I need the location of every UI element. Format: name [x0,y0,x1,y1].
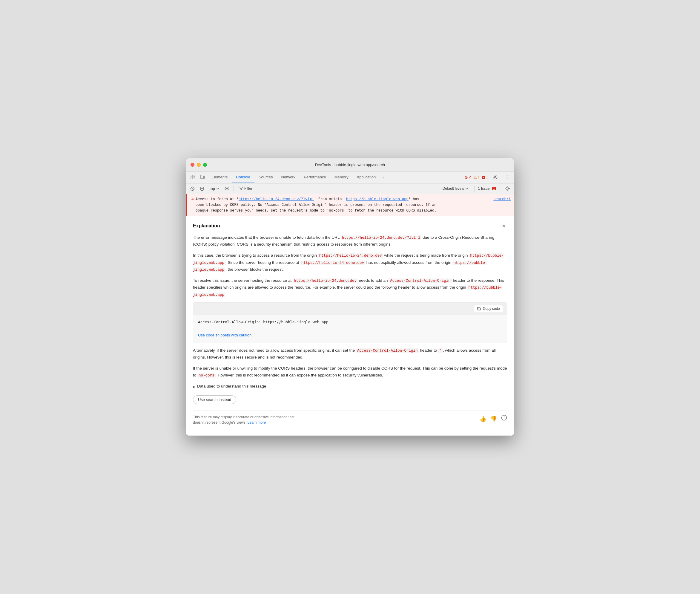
maximize-button[interactable] [203,163,207,167]
svg-rect-2 [193,175,195,176]
minimize-button[interactable] [197,163,201,167]
disclaimer-text: This feature may display inaccurate or o… [193,415,306,425]
learn-more-link[interactable]: Learn more [248,420,266,425]
error-url1-link[interactable]: https://hello-io-24.deno.dev/?lvl=1 [239,197,314,201]
copy-icon [477,306,481,311]
error-row: ⊗ Access to fetch at 'https://hello-io-2… [186,194,514,217]
svg-rect-1 [191,177,192,179]
copy-code-button[interactable]: Copy code [474,305,503,312]
close-explanation-button[interactable]: ✕ [500,222,507,229]
tab-memory[interactable]: Memory [330,171,353,183]
filter-button[interactable]: Filter [236,186,255,191]
issue-badge[interactable]: 1 Issue: 1 [478,187,496,191]
svg-point-6 [494,176,496,178]
filter-icon [239,187,243,190]
svg-point-7 [507,175,508,176]
no-entry-icon[interactable] [198,184,206,193]
default-levels-selector[interactable]: Default levels [440,186,470,191]
svg-point-9 [507,178,508,179]
code-origin1: https://hello-io-24.deno.dev [318,253,383,258]
chevron-down-icon [216,188,219,190]
tab-badges: ⊗ 2 ⚠ 1 ✕ 1 [464,172,512,182]
toolbar-right: Default levels 1 Issue: 1 [440,184,512,193]
tab-network[interactable]: Network [277,171,300,183]
console-content: ⊗ Access to fetch at 'https://hello-io-2… [186,194,514,436]
explanation-header: Explanation ✕ [193,222,507,229]
code-block-header: Copy code [193,303,507,315]
explanation-p5: If the server is unable or unwilling to … [193,365,507,379]
explanation-p3: To resolve this issue, the server hostin… [193,277,507,298]
error-circle-icon: ⊗ [464,175,468,179]
devtools-tab-bar: Elements Console Sources Network Perform… [186,171,514,184]
toolbar-divider-1 [234,186,234,192]
error-icon: ⊗ [191,197,194,203]
feedback-icons: 👍 👎 [480,415,507,424]
tab-elements[interactable]: Elements [207,171,232,183]
data-used-toggle[interactable]: ▶ Data used to understand this message [193,383,507,390]
caution-link[interactable]: Use code snippets with caution [193,332,507,343]
more-options-icon[interactable] [502,172,512,182]
issue-count: 1 [492,187,496,190]
svg-line-11 [191,188,194,190]
code-header2: Access-Control-Allow-Origin [356,349,419,353]
explanation-panel: Explanation ✕ The error message indicate… [186,216,514,436]
titlebar: DevTools - bubble-jingle.web.app/search [186,158,514,171]
error-text: Access to fetch at 'https://hello-io-24.… [196,197,490,214]
explanation-p1: The error message indicates that the bro… [193,234,507,248]
devtools-window: DevTools - bubble-jingle.web.app/search … [186,158,514,436]
svg-point-8 [507,177,508,177]
svg-rect-4 [201,175,203,179]
warning-triangle-icon: ⚠ [473,175,477,179]
code-block-body: Access-Control-Allow-Origin: https://bub… [193,315,507,330]
svg-rect-3 [193,177,195,179]
svg-point-19 [504,419,504,419]
close-button[interactable] [190,163,195,167]
svg-rect-16 [478,308,481,310]
use-search-button[interactable]: Use search instead [193,395,236,404]
device-toolbar-icon[interactable] [198,172,207,182]
explanation-title: Explanation [193,223,220,229]
code-no-cors: no-cors [198,373,216,378]
code-header1: Access-Control-Allow-Origin [389,278,452,283]
error-url2-link[interactable]: https://bubble-jingle.web.app [346,197,409,201]
traffic-lights [190,163,207,167]
warning-badge[interactable]: ⚠ 1 [473,175,480,179]
report-icon[interactable] [501,415,507,424]
window-title: DevTools - bubble-jingle.web.app/search [315,163,385,167]
tab-application[interactable]: Application [353,171,380,183]
svg-point-14 [226,188,228,189]
explanation-body: The error message indicates that the bro… [193,234,507,429]
thumbs-up-icon[interactable]: 👍 [480,415,486,424]
code-server1: https://hello-io-24.deno.dev [293,278,358,283]
console-settings-icon[interactable] [503,184,512,193]
svg-rect-0 [191,175,192,176]
tab-console[interactable]: Console [232,171,254,183]
error-source-link[interactable]: search:1 [493,197,511,202]
arrow-right-icon: ▶ [193,384,195,390]
toolbar-divider-2 [474,186,475,192]
clear-console-icon[interactable] [188,184,197,193]
inspect-element-icon[interactable] [188,172,198,182]
code-url1: https://hello-io-24.deno.dev/?lvl=1 [341,235,422,240]
code-origin3: https://hello-io-24.deno.dev [300,261,365,265]
thumbs-down-icon[interactable]: 👎 [490,415,497,424]
tab-performance[interactable]: Performance [300,171,330,183]
info-square-icon: ✕ [482,176,485,179]
eye-icon[interactable] [223,184,231,193]
disclaimer-row: This feature may display inaccurate or o… [193,410,507,429]
tab-more-button[interactable]: » [380,171,387,183]
explanation-p2: In this case, the browser is trying to a… [193,252,507,273]
code-block: Copy code Access-Control-Allow-Origin: h… [193,302,507,343]
chevron-down-icon [465,188,468,190]
svg-point-15 [507,188,509,190]
context-selector[interactable]: top [207,186,221,192]
code-wildcard: * [438,349,443,353]
console-toolbar: top Filter Default levels [186,184,514,194]
explanation-p4: Alternatively, if the server does not ne… [193,347,507,361]
settings-icon[interactable] [490,172,500,182]
tab-sources[interactable]: Sources [254,171,277,183]
error-badge[interactable]: ⊗ 2 [464,175,471,179]
svg-rect-5 [203,176,205,178]
info-badge[interactable]: ✕ 1 [482,175,488,179]
